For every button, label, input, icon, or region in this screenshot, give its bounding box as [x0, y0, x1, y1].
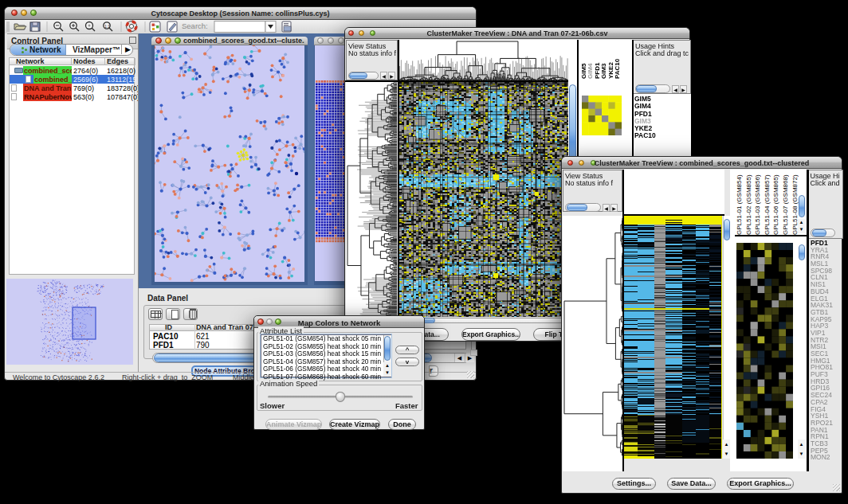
- svg-text:1:1: 1:1: [104, 24, 110, 29]
- svg-text:Search:: Search:: [182, 21, 208, 30]
